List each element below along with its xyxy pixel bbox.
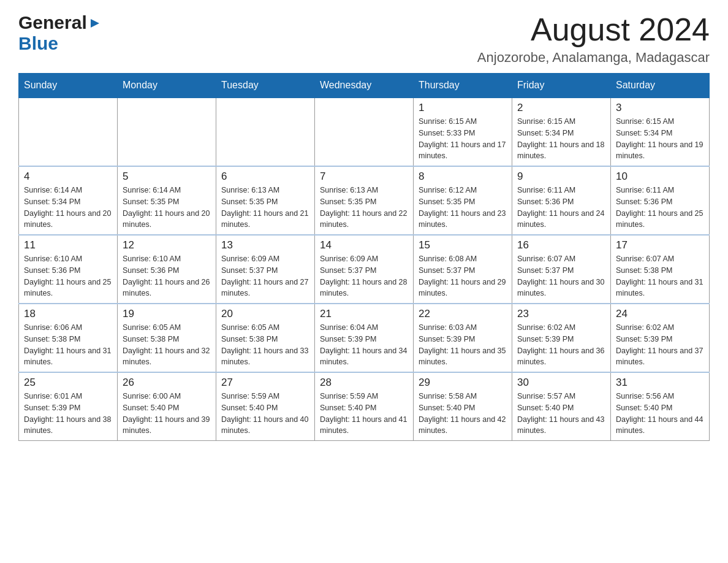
day-info: Sunrise: 6:10 AMSunset: 5:36 PMDaylight:… (123, 253, 211, 299)
day-number: 18 (24, 308, 112, 320)
day-info: Sunrise: 6:10 AMSunset: 5:36 PMDaylight:… (24, 253, 112, 299)
calendar-day-header: Wednesday (315, 74, 414, 98)
calendar-day-header: Saturday (611, 74, 710, 98)
calendar-day-cell: 5Sunrise: 6:14 AMSunset: 5:35 PMDaylight… (118, 166, 216, 235)
day-number: 1 (419, 102, 507, 114)
day-number: 7 (320, 170, 408, 183)
calendar-week-row: 18Sunrise: 6:06 AMSunset: 5:38 PMDayligh… (19, 304, 710, 372)
logo-general-text: General (18, 12, 87, 33)
calendar-day-cell (216, 98, 315, 166)
day-info: Sunrise: 6:02 AMSunset: 5:39 PMDaylight:… (616, 322, 704, 368)
day-info: Sunrise: 6:04 AMSunset: 5:39 PMDaylight:… (320, 322, 408, 368)
day-info: Sunrise: 6:09 AMSunset: 5:37 PMDaylight:… (320, 253, 408, 299)
day-number: 16 (517, 239, 605, 251)
day-info: Sunrise: 6:14 AMSunset: 5:34 PMDaylight:… (24, 185, 112, 231)
logo-blue-text: Blue (18, 33, 58, 54)
day-info: Sunrise: 6:08 AMSunset: 5:37 PMDaylight:… (419, 253, 507, 299)
calendar-day-cell: 11Sunrise: 6:10 AMSunset: 5:36 PMDayligh… (19, 235, 118, 304)
day-info: Sunrise: 6:15 AMSunset: 5:34 PMDaylight:… (616, 116, 704, 162)
calendar-day-cell: 18Sunrise: 6:06 AMSunset: 5:38 PMDayligh… (19, 304, 118, 372)
day-number: 24 (616, 308, 704, 320)
calendar-day-cell: 1Sunrise: 6:15 AMSunset: 5:33 PMDaylight… (414, 98, 512, 166)
calendar-day-cell: 17Sunrise: 6:07 AMSunset: 5:38 PMDayligh… (611, 235, 710, 304)
day-info: Sunrise: 6:05 AMSunset: 5:38 PMDaylight:… (221, 322, 309, 368)
calendar-day-cell: 4Sunrise: 6:14 AMSunset: 5:34 PMDaylight… (19, 166, 118, 235)
day-info: Sunrise: 6:12 AMSunset: 5:35 PMDaylight:… (419, 185, 507, 231)
calendar-day-cell: 6Sunrise: 6:13 AMSunset: 5:35 PMDaylight… (216, 166, 315, 235)
calendar-day-cell: 25Sunrise: 6:01 AMSunset: 5:39 PMDayligh… (19, 372, 118, 441)
calendar-day-cell: 15Sunrise: 6:08 AMSunset: 5:37 PMDayligh… (414, 235, 512, 304)
day-number: 17 (616, 239, 704, 251)
calendar-day-cell: 14Sunrise: 6:09 AMSunset: 5:37 PMDayligh… (315, 235, 414, 304)
day-info: Sunrise: 6:01 AMSunset: 5:39 PMDaylight:… (24, 391, 112, 437)
day-info: Sunrise: 6:13 AMSunset: 5:35 PMDaylight:… (320, 185, 408, 231)
calendar-day-cell: 21Sunrise: 6:04 AMSunset: 5:39 PMDayligh… (315, 304, 414, 372)
day-info: Sunrise: 6:06 AMSunset: 5:38 PMDaylight:… (24, 322, 112, 368)
day-number: 22 (419, 308, 507, 320)
day-info: Sunrise: 5:59 AMSunset: 5:40 PMDaylight:… (320, 391, 408, 437)
calendar-day-cell: 7Sunrise: 6:13 AMSunset: 5:35 PMDaylight… (315, 166, 414, 235)
day-info: Sunrise: 5:58 AMSunset: 5:40 PMDaylight:… (419, 391, 507, 437)
calendar-day-cell: 16Sunrise: 6:07 AMSunset: 5:37 PMDayligh… (512, 235, 611, 304)
calendar-day-cell: 23Sunrise: 6:02 AMSunset: 5:39 PMDayligh… (512, 304, 611, 372)
day-info: Sunrise: 6:11 AMSunset: 5:36 PMDaylight:… (616, 185, 704, 231)
calendar-day-cell: 10Sunrise: 6:11 AMSunset: 5:36 PMDayligh… (611, 166, 710, 235)
day-number: 14 (320, 239, 408, 251)
calendar-day-cell: 19Sunrise: 6:05 AMSunset: 5:38 PMDayligh… (118, 304, 216, 372)
day-info: Sunrise: 6:02 AMSunset: 5:39 PMDaylight:… (517, 322, 605, 368)
day-number: 15 (419, 239, 507, 251)
calendar-day-cell (118, 98, 216, 166)
day-number: 31 (616, 377, 704, 389)
calendar-day-header: Sunday (19, 74, 118, 98)
calendar-day-cell (19, 98, 118, 166)
calendar-day-cell: 20Sunrise: 6:05 AMSunset: 5:38 PMDayligh… (216, 304, 315, 372)
day-number: 26 (123, 377, 211, 389)
day-info: Sunrise: 6:09 AMSunset: 5:37 PMDaylight:… (221, 253, 309, 299)
calendar-header-row: SundayMondayTuesdayWednesdayThursdayFrid… (19, 74, 710, 98)
day-info: Sunrise: 6:00 AMSunset: 5:40 PMDaylight:… (123, 391, 211, 437)
calendar-day-cell: 26Sunrise: 6:00 AMSunset: 5:40 PMDayligh… (118, 372, 216, 441)
calendar-day-cell: 29Sunrise: 5:58 AMSunset: 5:40 PMDayligh… (414, 372, 512, 441)
day-info: Sunrise: 6:14 AMSunset: 5:35 PMDaylight:… (123, 185, 211, 231)
calendar-day-cell: 27Sunrise: 5:59 AMSunset: 5:40 PMDayligh… (216, 372, 315, 441)
calendar-table: SundayMondayTuesdayWednesdayThursdayFrid… (18, 73, 710, 441)
calendar-day-cell: 31Sunrise: 5:56 AMSunset: 5:40 PMDayligh… (611, 372, 710, 441)
day-number: 8 (419, 170, 507, 183)
calendar-week-row: 4Sunrise: 6:14 AMSunset: 5:34 PMDaylight… (19, 166, 710, 235)
day-info: Sunrise: 6:15 AMSunset: 5:34 PMDaylight:… (517, 116, 605, 162)
page-title: August 2024 (477, 12, 710, 47)
calendar-day-cell: 22Sunrise: 6:03 AMSunset: 5:39 PMDayligh… (414, 304, 512, 372)
day-number: 30 (517, 377, 605, 389)
day-info: Sunrise: 6:13 AMSunset: 5:35 PMDaylight:… (221, 185, 309, 231)
calendar-day-header: Tuesday (216, 74, 315, 98)
day-number: 23 (517, 308, 605, 320)
day-number: 29 (419, 377, 507, 389)
calendar-day-cell: 30Sunrise: 5:57 AMSunset: 5:40 PMDayligh… (512, 372, 611, 441)
logo: General Blue (18, 12, 102, 54)
day-number: 21 (320, 308, 408, 320)
day-number: 28 (320, 377, 408, 389)
page-subtitle: Anjozorobe, Analamanga, Madagascar (477, 50, 710, 66)
calendar-day-cell: 2Sunrise: 6:15 AMSunset: 5:34 PMDaylight… (512, 98, 611, 166)
day-number: 12 (123, 239, 211, 251)
calendar-day-cell: 28Sunrise: 5:59 AMSunset: 5:40 PMDayligh… (315, 372, 414, 441)
svg-marker-0 (91, 19, 99, 28)
day-info: Sunrise: 6:03 AMSunset: 5:39 PMDaylight:… (419, 322, 507, 368)
day-number: 13 (221, 239, 309, 251)
day-info: Sunrise: 5:59 AMSunset: 5:40 PMDaylight:… (221, 391, 309, 437)
calendar-day-cell (315, 98, 414, 166)
day-number: 2 (517, 102, 605, 114)
day-number: 10 (616, 170, 704, 183)
calendar-day-cell: 12Sunrise: 6:10 AMSunset: 5:36 PMDayligh… (118, 235, 216, 304)
calendar-day-cell: 3Sunrise: 6:15 AMSunset: 5:34 PMDaylight… (611, 98, 710, 166)
day-number: 3 (616, 102, 704, 114)
calendar-day-header: Monday (118, 74, 216, 98)
day-number: 6 (221, 170, 309, 183)
calendar-day-cell: 8Sunrise: 6:12 AMSunset: 5:35 PMDaylight… (414, 166, 512, 235)
title-block: August 2024 Anjozorobe, Analamanga, Mada… (477, 12, 710, 66)
calendar-week-row: 11Sunrise: 6:10 AMSunset: 5:36 PMDayligh… (19, 235, 710, 304)
day-info: Sunrise: 6:15 AMSunset: 5:33 PMDaylight:… (419, 116, 507, 162)
day-info: Sunrise: 6:05 AMSunset: 5:38 PMDaylight:… (123, 322, 211, 368)
calendar-day-cell: 13Sunrise: 6:09 AMSunset: 5:37 PMDayligh… (216, 235, 315, 304)
day-number: 4 (24, 170, 112, 183)
